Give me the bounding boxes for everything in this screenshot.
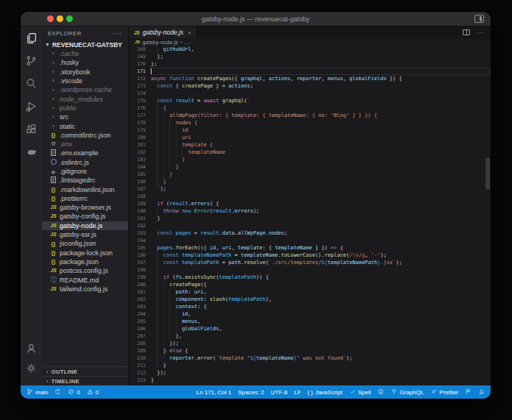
code-line-175[interactable]: 175 const result = await graphql(` [129, 97, 491, 104]
code-line-182[interactable]: 182 templateName [129, 149, 491, 156]
code-line-178[interactable]: 178 nodes { [129, 119, 491, 127]
folder-item-.vscode[interactable]: ›.vscode [42, 76, 128, 85]
code-line-174[interactable]: 174 [129, 90, 491, 97]
file-item-package-lock.json[interactable]: {}package-lock.json [42, 249, 128, 257]
code-line-189[interactable]: 189 if (result.errors) { [129, 200, 491, 207]
tab-gatsby-node[interactable]: JS gatsby-node.js × [129, 26, 197, 38]
file-item-gatsby-ssr.js[interactable]: JSgatsby-ssr.js [42, 230, 128, 239]
file-item-.env[interactable]: ⚙.env [42, 140, 128, 149]
code-line-171[interactable]: 171 [129, 68, 491, 75]
status-item-prettier[interactable]: Prettier [430, 388, 458, 396]
close-tab-icon[interactable]: × [188, 29, 191, 36]
status-item-0[interactable]: 0 [68, 388, 79, 396]
status-item-sync-icon[interactable] [54, 388, 61, 396]
code-line-169[interactable]: 169 }; [129, 53, 491, 60]
code-line-197[interactable]: 197 const templatePath = path.resolve(`.… [129, 259, 491, 266]
code-line-213[interactable]: 213} [129, 377, 491, 384]
status-item-lf[interactable]: LF [294, 389, 301, 396]
file-item-.prettierrc[interactable]: {}.prettierrc [42, 194, 128, 203]
zoom-window-button[interactable] [66, 15, 73, 22]
code-line-194[interactable]: 194 [129, 237, 491, 244]
status-item-main[interactable]: main [26, 388, 48, 396]
file-item-gatsby-config.js[interactable]: JSgatsby-config.js [42, 212, 128, 221]
editor-more-actions-icon[interactable]: ··· [476, 29, 485, 36]
code-line-186[interactable]: 186 } [129, 178, 491, 185]
folder-item-node_modules[interactable]: ›node_modules [42, 94, 128, 103]
file-item-.env.example[interactable]: .env.example [42, 149, 128, 157]
code-line-185[interactable]: 185 } [129, 171, 491, 178]
code-line-183[interactable]: 183 } [129, 156, 491, 163]
code-line-207[interactable]: 207 }, [129, 332, 491, 340]
split-editor-icon[interactable] [463, 29, 470, 35]
code-line-172[interactable]: 172async function createPages({ graphql,… [129, 75, 491, 82]
status-item-smiley-icon[interactable] [377, 388, 384, 396]
file-item-.eslintrc.js[interactable]: .eslintrc.js [42, 158, 128, 167]
status-item-spell[interactable]: Spell [349, 388, 371, 396]
status-item-flag-icon[interactable] [465, 388, 472, 396]
file-item-.gitignore[interactable]: ◆.gitignore [42, 167, 128, 176]
code-line-181[interactable]: 181 template { [129, 141, 491, 149]
code-line-196[interactable]: 196 const templateNamePath = templateNam… [129, 252, 491, 259]
hand-icon[interactable] [25, 145, 38, 158]
code-line-179[interactable]: 179 id [129, 127, 491, 134]
extensions-icon[interactable] [25, 122, 38, 135]
code-line-203[interactable]: 203 context: { [129, 303, 491, 310]
code-line-199[interactable]: 199 if (fs.existsSync(templatePath)) { [129, 274, 491, 281]
status-item-graphql[interactable]: GraphQL [391, 388, 424, 396]
explorer-more-actions-icon[interactable]: ··· [113, 29, 122, 38]
breadcrumb[interactable]: JS gatsby-node.js › … [129, 38, 491, 46]
code-line-190[interactable]: 190 throw new Error(result.errors); [129, 207, 491, 215]
minimize-window-button[interactable] [57, 15, 63, 22]
code-line-188[interactable]: 188 [129, 193, 491, 200]
code-line-210[interactable]: 210 reporter.error(`Template "${template… [129, 355, 491, 362]
file-item-tailwind.config.js[interactable]: JStailwind.config.js [42, 285, 128, 293]
code-line-211[interactable]: 211 } [129, 362, 491, 369]
status-item-javascript[interactable]: { }JavaScript [307, 389, 342, 396]
code-line-184[interactable]: 184 } [129, 163, 491, 171]
code-line-201[interactable]: 201 path: uri, [129, 288, 491, 296]
folder-item-static[interactable]: ›static [42, 121, 128, 130]
code-editor[interactable]: 168 githubUrl,169 };170};171172async fun… [129, 46, 491, 385]
settings-icon[interactable] [25, 361, 38, 374]
code-line-204[interactable]: 204 id, [129, 310, 491, 318]
folder-item-.husky[interactable]: ›.husky [42, 58, 128, 67]
code-line-168[interactable]: 168 githubUrl, [129, 46, 491, 53]
code-line-193[interactable]: 193 const pages = result.data.allWpPage.… [129, 229, 491, 237]
code-line-205[interactable]: 205 menus, [129, 318, 491, 325]
file-item-postcss.config.js[interactable]: JSpostcss.config.js [42, 266, 128, 275]
folder-item-src[interactable]: ›src [42, 113, 128, 121]
folder-item-.wordpress-cache[interactable]: ›.wordpress-cache [42, 85, 128, 94]
file-item-gatsby-node.js[interactable]: JSgatsby-node.js [42, 221, 128, 230]
code-line-177[interactable]: 177 allWpPage(filter: { template: { temp… [129, 112, 491, 119]
file-item-jsconfig.json[interactable]: {}jsconfig.json [42, 239, 128, 248]
run-debug-icon[interactable] [25, 99, 38, 113]
account-icon[interactable] [25, 341, 38, 355]
section-timeline[interactable]: ›TIMELINE [42, 376, 128, 385]
status-item-bell-icon[interactable] [478, 388, 485, 396]
files-icon[interactable] [25, 31, 38, 44]
code-line-191[interactable]: 191 } [129, 215, 491, 222]
code-line-206[interactable]: 206 globalFields, [129, 325, 491, 332]
file-item-package.json[interactable]: {}package.json [42, 257, 128, 266]
status-item-ln-171-col-1[interactable]: Ln 171, Col 1 [196, 389, 232, 396]
file-item-README.md[interactable]: ⓘREADME.md [42, 275, 128, 284]
workspace-root-folder[interactable]: ▼ REVENUECAT-GATSBY [42, 40, 128, 49]
folder-item-public[interactable]: ›public [42, 104, 128, 113]
file-item-gatsby-browser.js[interactable]: JSgatsby-browser.js [42, 203, 128, 212]
close-window-button[interactable] [47, 15, 54, 22]
code-line-208[interactable]: 208 }); [129, 340, 491, 347]
code-line-170[interactable]: 170}; [129, 60, 491, 68]
code-line-192[interactable]: 192 [129, 222, 491, 229]
source-control-icon[interactable] [25, 54, 38, 67]
code-line-209[interactable]: 209 } else { [129, 347, 491, 355]
code-line-176[interactable]: 176 { [129, 104, 491, 112]
code-line-173[interactable]: 173 const { createPage } = actions; [129, 82, 491, 90]
status-item-spaces-2[interactable]: Spaces: 2 [238, 389, 264, 396]
code-line-198[interactable]: 198 [129, 266, 491, 274]
folder-item-.cache[interactable]: ›.cache [42, 49, 128, 58]
status-item-0[interactable]: 0 [87, 388, 99, 396]
file-item-.markdownlint.json[interactable]: {}.markdownlint.json [42, 185, 128, 193]
code-line-212[interactable]: 212 }); [129, 369, 491, 377]
code-line-202[interactable]: 202 component: slash(templatePath), [129, 296, 491, 303]
code-line-195[interactable]: 195 pages.forEach(({ id, uri, template: … [129, 244, 491, 252]
